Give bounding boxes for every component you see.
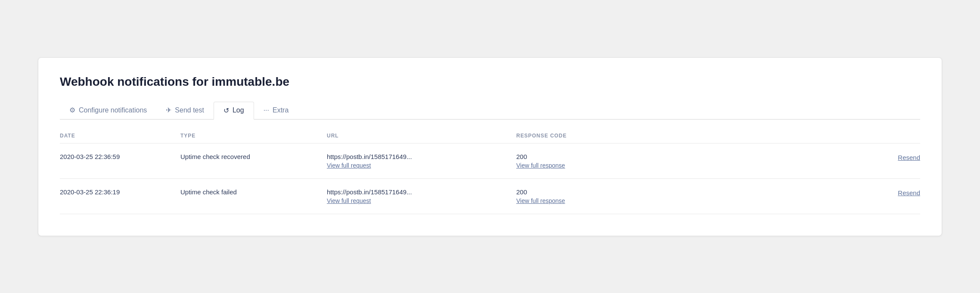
page-title: Webhook notifications for immutable.be [60, 75, 920, 89]
log-table: DATE TYPE URL RESPONSE CODE 2020-03-25 2… [60, 133, 920, 214]
row1-resend-link[interactable]: Resend [898, 154, 920, 161]
row1-view-response-link[interactable]: View full response [516, 162, 671, 169]
row2-actions: Resend [671, 188, 920, 196]
row2-view-response-link[interactable]: View full response [516, 197, 671, 204]
row1-response-code: 200 [516, 153, 671, 160]
row2-response-code: 200 [516, 188, 671, 196]
row1-url-text: https://postb.in/1585171649... [327, 153, 516, 160]
row2-url-text: https://postb.in/1585171649... [327, 188, 516, 196]
tab-send-test[interactable]: ✈ Send test [156, 102, 214, 120]
row1-view-request-link[interactable]: View full request [327, 162, 516, 169]
tab-log-label: Log [233, 106, 244, 114]
table-header-row: DATE TYPE URL RESPONSE CODE [60, 133, 920, 143]
row1-actions: Resend [671, 153, 920, 161]
row2-view-request-link[interactable]: View full request [327, 197, 516, 204]
col-header-url: URL [327, 133, 516, 139]
tab-send-test-label: Send test [175, 106, 204, 114]
row2-date: 2020-03-25 22:36:19 [60, 188, 180, 196]
tab-configure[interactable]: ⚙ Configure notifications [60, 102, 156, 120]
row2-type: Uptime check failed [180, 188, 327, 196]
history-icon: ↺ [223, 106, 229, 115]
col-header-date: DATE [60, 133, 180, 139]
tab-log[interactable]: ↺ Log [214, 102, 254, 120]
tab-bar: ⚙ Configure notifications ✈ Send test ↺ … [60, 102, 920, 120]
row2-resend-link[interactable]: Resend [898, 189, 920, 196]
col-header-actions [671, 133, 920, 139]
row1-response-cell: 200 View full response [516, 153, 671, 169]
tab-extra[interactable]: ··· Extra [254, 102, 298, 120]
tab-configure-label: Configure notifications [79, 106, 147, 114]
row1-type: Uptime check recovered [180, 153, 327, 160]
row1-url-cell: https://postb.in/1585171649... View full… [327, 153, 516, 169]
row2-url-cell: https://postb.in/1585171649... View full… [327, 188, 516, 204]
table-row: 2020-03-25 22:36:59 Uptime check recover… [60, 143, 920, 179]
row2-response-cell: 200 View full response [516, 188, 671, 204]
dots-icon: ··· [264, 106, 269, 114]
col-header-type: TYPE [180, 133, 327, 139]
gear-icon: ⚙ [69, 106, 75, 114]
table-row: 2020-03-25 22:36:19 Uptime check failed … [60, 179, 920, 214]
row1-date: 2020-03-25 22:36:59 [60, 153, 180, 160]
main-card: Webhook notifications for immutable.be ⚙… [38, 57, 942, 236]
col-header-response-code: RESPONSE CODE [516, 133, 671, 139]
tab-extra-label: Extra [273, 106, 288, 114]
send-icon: ✈ [166, 106, 171, 114]
